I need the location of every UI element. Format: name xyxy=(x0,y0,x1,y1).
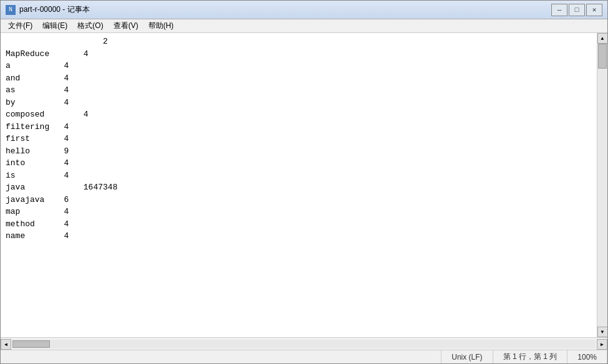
scroll-track-horizontal[interactable] xyxy=(12,340,596,348)
window-controls: — □ ✕ xyxy=(551,4,602,16)
status-encoding: Unix (LF) xyxy=(442,350,493,363)
status-bar: Unix (LF) 第 1 行，第 1 列 100% xyxy=(1,350,607,363)
scroll-thumb-horizontal[interactable] xyxy=(12,340,50,348)
menu-help[interactable]: 帮助(H) xyxy=(143,19,179,32)
scroll-left-button[interactable]: ◀ xyxy=(1,339,11,350)
vertical-scrollbar[interactable]: ▲ ▼ xyxy=(597,33,607,337)
menu-edit[interactable]: 编辑(E) xyxy=(37,19,72,32)
scroll-track-vertical[interactable] xyxy=(597,44,607,327)
minimize-button[interactable]: — xyxy=(551,4,567,16)
menu-view[interactable]: 查看(V) xyxy=(109,19,143,32)
scroll-down-button[interactable]: ▼ xyxy=(597,327,608,337)
app-icon: N xyxy=(6,5,16,15)
bottom-area: ◀ ▶ xyxy=(1,337,607,350)
scroll-right-button[interactable]: ▶ xyxy=(597,339,607,350)
status-empty xyxy=(1,350,442,363)
menu-bar: 文件(F) 编辑(E) 格式(O) 查看(V) 帮助(H) xyxy=(1,19,607,33)
close-button[interactable]: ✕ xyxy=(586,4,602,16)
window-title: part-r-00000 - 记事本 xyxy=(19,4,551,15)
maximize-button[interactable]: □ xyxy=(569,4,585,16)
text-editor[interactable]: 2 MapReduce 4 a 4 and 4 as 4 by 4 compos… xyxy=(1,33,597,337)
scroll-thumb-vertical[interactable] xyxy=(598,44,607,69)
status-zoom: 100% xyxy=(567,350,607,363)
horizontal-scrollbar[interactable]: ◀ ▶ xyxy=(1,338,607,350)
menu-file[interactable]: 文件(F) xyxy=(3,19,37,32)
app-icon-label: N xyxy=(9,6,12,13)
scroll-up-button[interactable]: ▲ xyxy=(597,33,608,44)
menu-format[interactable]: 格式(O) xyxy=(72,19,108,32)
notepad-window: N part-r-00000 - 记事本 — □ ✕ 文件(F) 编辑(E) 格… xyxy=(0,0,608,364)
content-area: 2 MapReduce 4 a 4 and 4 as 4 by 4 compos… xyxy=(1,33,607,337)
title-bar: N part-r-00000 - 记事本 — □ ✕ xyxy=(1,1,607,19)
status-position: 第 1 行，第 1 列 xyxy=(493,350,568,363)
